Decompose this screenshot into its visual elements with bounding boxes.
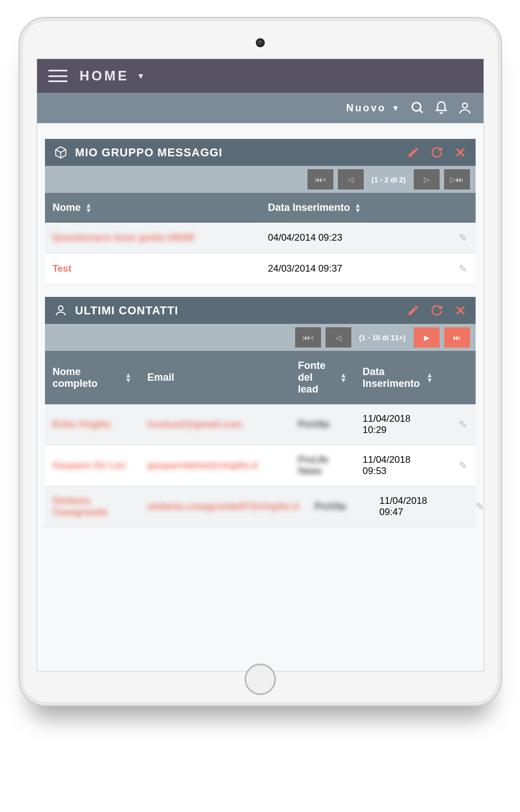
table-header-row: Nome ▲▼ Data Inserimento ▲▼	[45, 193, 476, 223]
chevron-down-icon: ▼	[137, 71, 147, 80]
row-source: ProVita	[298, 419, 329, 430]
column-header-fonte-lead[interactable]: Fonte del lead ▲▼	[290, 351, 355, 404]
close-icon[interactable]	[454, 146, 467, 159]
panel-header: ULTIMI CONTATTI	[45, 297, 476, 324]
pager-prev-icon[interactable]: ◁	[325, 327, 351, 348]
sort-icon: ▲▼	[426, 373, 433, 382]
column-label: Nome	[53, 202, 81, 214]
pager-first-icon[interactable]: ⏮◁	[308, 169, 333, 190]
tablet-home-button[interactable]	[245, 664, 276, 695]
panel-actions	[407, 146, 467, 159]
column-label: Data Inserimento	[363, 366, 422, 390]
pager-last-icon[interactable]: ⏭	[444, 327, 470, 348]
new-dropdown[interactable]: Nuovo ▼	[346, 102, 401, 114]
edit-icon[interactable]	[407, 304, 419, 317]
edit-row-icon[interactable]: ✎	[459, 263, 467, 274]
column-header-nome-completo[interactable]: Nome completo ▲▼	[45, 351, 140, 404]
table-body: Questionario linee guida UNAR 04/04/2014…	[45, 223, 476, 285]
row-date: 04/04/2014 09:23	[260, 223, 441, 252]
pager-last-icon[interactable]: ▷⏭	[444, 169, 470, 190]
pager-range: (1 - 10 di 11+)	[356, 333, 409, 342]
svg-point-5	[58, 306, 63, 310]
user-icon	[54, 304, 67, 317]
row-name-link[interactable]: Test	[53, 263, 72, 274]
content-area: MIO GRUPPO MESSAGGI ⏮◁	[37, 123, 483, 671]
column-header-data-inserimento[interactable]: Data Inserimento ▲▼	[260, 193, 441, 223]
panel-header: MIO GRUPPO MESSAGGI	[45, 139, 476, 166]
pager-first-icon[interactable]: ⏮◁	[295, 327, 321, 348]
sort-icon: ▲▼	[85, 203, 92, 213]
row-name-link[interactable]: Stefania Casagrande	[53, 495, 107, 517]
table-body: Erika Virgilio trustuo2@gmail.com ProVit…	[45, 404, 476, 527]
edit-icon[interactable]	[407, 146, 419, 159]
row-email[interactable]: trustuo2@gmail.com	[147, 419, 242, 430]
svg-point-2	[462, 103, 467, 108]
table-row: Gasparo De Lisi gasparodelisi@virgilio.i…	[45, 445, 476, 486]
row-date: 11/04/2018 10:29	[355, 404, 441, 445]
close-icon[interactable]	[454, 304, 467, 317]
search-icon[interactable]	[410, 101, 425, 115]
pager-range: (1 - 2 di 2)	[368, 175, 409, 184]
edit-row-icon[interactable]: ✎	[459, 419, 467, 430]
panel-title: ULTIMI CONTATTI	[75, 304, 407, 317]
column-label: Nome completo	[53, 366, 121, 390]
pager-prev-icon[interactable]: ◁	[338, 169, 364, 190]
svg-line-1	[419, 110, 422, 112]
row-date: 11/04/2018 09:47	[372, 486, 458, 527]
panel-actions	[407, 304, 467, 317]
panel-ultimi-contatti: ULTIMI CONTATTI ⏮◁	[45, 297, 476, 527]
sort-icon: ▲▼	[125, 373, 132, 382]
user-icon[interactable]	[458, 101, 472, 115]
tablet-camera	[256, 38, 265, 47]
table-row: Erika Virgilio trustuo2@gmail.com ProVit…	[45, 404, 476, 445]
pager: ⏮◁ ◁ (1 - 2 di 2) ▷ ▷⏭	[45, 166, 476, 193]
svg-point-0	[412, 102, 420, 111]
refresh-icon[interactable]	[431, 146, 443, 159]
sort-icon: ▲▼	[340, 373, 347, 382]
row-source: ProVita	[315, 501, 346, 512]
row-name-link[interactable]: Questionario linee guida UNAR	[53, 232, 195, 243]
edit-row-icon[interactable]: ✎	[459, 232, 467, 243]
app-title-dropdown[interactable]: HOME ▼	[80, 68, 147, 84]
app-screen: HOME ▼ Nuovo ▼	[37, 58, 484, 671]
chevron-down-icon: ▼	[392, 103, 401, 112]
row-email[interactable]: stefania.casagrande87@virgilio.it	[147, 501, 299, 512]
tablet-frame: HOME ▼ Nuovo ▼	[19, 17, 502, 706]
secondary-toolbar: Nuovo ▼	[37, 93, 483, 123]
row-source: ProLife News	[298, 454, 328, 476]
row-name-link[interactable]: Gasparo De Lisi	[53, 460, 125, 471]
column-header-data-inserimento[interactable]: Data Inserimento ▲▼	[355, 351, 441, 404]
column-label: Fonte del lead	[298, 360, 336, 395]
column-header-nome[interactable]: Nome ▲▼	[45, 193, 260, 223]
pager-next-icon[interactable]: ▶	[414, 327, 440, 348]
cube-icon	[54, 146, 67, 159]
app-bar: HOME ▼	[37, 59, 483, 93]
row-date: 24/03/2014 09:37	[260, 254, 441, 283]
row-email[interactable]: gasparodelisi@virgilio.it	[147, 460, 258, 471]
table-row: Questionario linee guida UNAR 04/04/2014…	[45, 223, 476, 254]
table-row: Stefania Casagrande stefania.casagrande8…	[45, 486, 476, 527]
sort-icon: ▲▼	[355, 203, 361, 213]
new-label: Nuovo	[346, 102, 386, 114]
menu-icon[interactable]	[48, 70, 67, 82]
app-title-label: HOME	[80, 68, 129, 84]
edit-row-icon[interactable]: ✎	[476, 501, 483, 512]
panel-title: MIO GRUPPO MESSAGGI	[75, 146, 407, 159]
refresh-icon[interactable]	[431, 304, 443, 317]
row-name-link[interactable]: Erika Virgilio	[53, 419, 111, 430]
row-date: 11/04/2018 09:53	[355, 445, 441, 486]
edit-row-icon[interactable]: ✎	[459, 460, 467, 471]
pager: ⏮◁ ◁ (1 - 10 di 11+) ▶ ⏭	[45, 324, 476, 351]
column-label: Email	[147, 372, 174, 384]
table-row: Test 24/03/2014 09:37 ✎	[45, 254, 476, 285]
bell-icon[interactable]	[434, 101, 449, 115]
panel-mio-gruppo-messaggi: MIO GRUPPO MESSAGGI ⏮◁	[45, 139, 476, 285]
column-header-email[interactable]: Email	[139, 351, 290, 404]
column-label: Data Inserimento	[268, 202, 350, 214]
pager-next-icon[interactable]: ▷	[414, 169, 440, 190]
table-header-row: Nome completo ▲▼ Email Fonte del lead ▲▼…	[45, 351, 476, 404]
